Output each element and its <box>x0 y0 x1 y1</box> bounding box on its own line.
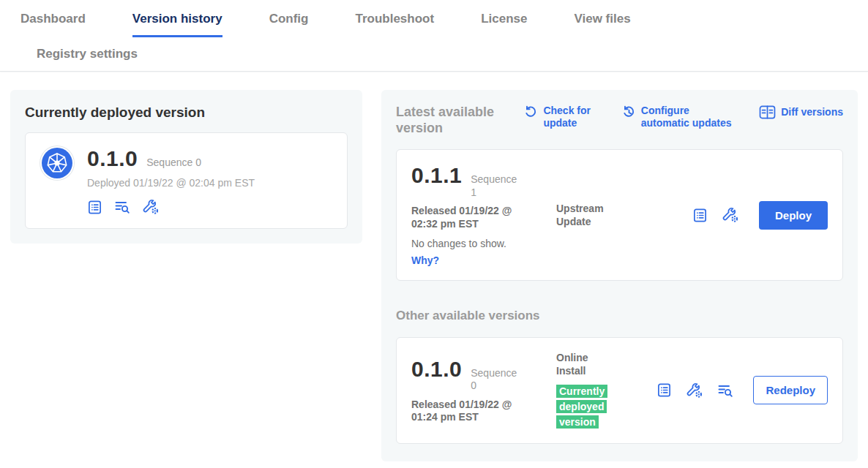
currently-deployed-badge: Currently deployed version <box>556 385 607 429</box>
why-link[interactable]: Why? <box>411 254 439 266</box>
log-lines-magnifier-icon[interactable] <box>114 199 130 215</box>
latest-version-header: Latest available version Check for updat… <box>396 105 843 136</box>
tab-version-history[interactable]: Version history <box>132 0 222 37</box>
nav-row-2: Registry settings <box>20 37 868 71</box>
checklist-icon[interactable] <box>87 200 102 215</box>
log-lines-magnifier-icon[interactable] <box>717 382 733 399</box>
tab-config[interactable]: Config <box>269 0 309 37</box>
currently-deployed-panel: Currently deployed version <box>10 90 362 244</box>
other-version-released: Released 01/19/22 @ 01:24 pm EST <box>411 399 527 424</box>
latest-version-info: 0.1.1 Sequence 1 Released 01/19/22 @ 02:… <box>411 163 556 267</box>
refresh-arrow-icon <box>524 105 538 119</box>
available-versions-panel: Latest available version Check for updat… <box>381 90 858 461</box>
latest-version-title: Latest available version <box>396 105 498 136</box>
other-version-source-block: Online Install Currently deployed versio… <box>556 351 619 430</box>
deployed-version-number: 0.1.0 <box>87 146 138 170</box>
diff-columns-icon <box>759 105 776 119</box>
configure-automatic-updates-label: Configure automatic updates <box>641 105 733 129</box>
wrench-gear-icon[interactable] <box>722 207 739 223</box>
latest-version-card: 0.1.1 Sequence 1 Released 01/19/22 @ 02:… <box>396 149 843 281</box>
currently-deployed-title: Currently deployed version <box>25 105 348 121</box>
tab-view-files[interactable]: View files <box>574 0 630 37</box>
other-versions-title: Other available versions <box>396 309 843 323</box>
redeploy-button[interactable]: Redeploy <box>753 376 828 404</box>
nav-row-1: Dashboard Version history Config Trouble… <box>20 0 868 37</box>
wrench-gear-icon[interactable] <box>686 382 703 399</box>
check-for-update-link[interactable]: Check for update <box>524 105 596 129</box>
deployed-actions <box>87 199 255 215</box>
checklist-icon[interactable] <box>656 382 672 398</box>
top-navigation: Dashboard Version history Config Trouble… <box>0 0 868 72</box>
deployed-version-card: 0.1.0 Sequence 0 Deployed 01/19/22 @ 02:… <box>25 132 348 229</box>
deployed-date: Deployed 01/19/22 @ 02:04 pm EST <box>87 177 255 189</box>
other-version-info: 0.1.0 Sequence 0 Released 01/19/22 @ 01:… <box>411 357 556 424</box>
latest-version-controls: Deploy <box>692 201 828 230</box>
checklist-icon[interactable] <box>692 208 708 223</box>
configure-automatic-updates-link[interactable]: Configure automatic updates <box>622 105 733 129</box>
deployed-sequence: Sequence 0 <box>146 156 201 170</box>
wrench-gear-icon[interactable] <box>142 199 160 215</box>
deploy-button[interactable]: Deploy <box>759 201 828 230</box>
other-version-source: Online Install <box>556 351 619 377</box>
latest-version-number: 0.1.1 <box>411 163 462 187</box>
tab-troubleshoot[interactable]: Troubleshoot <box>355 0 434 37</box>
other-version-card: 0.1.0 Sequence 0 Released 01/19/22 @ 01:… <box>396 337 843 444</box>
main-content: Currently deployed version <box>0 72 868 461</box>
currently-deployed-badge-wrap: Currently deployed version <box>556 384 612 430</box>
tab-license[interactable]: License <box>481 0 527 37</box>
diff-versions-link[interactable]: Diff versions <box>759 105 843 119</box>
diff-versions-label: Diff versions <box>781 105 843 118</box>
other-version-sequence: Sequence 0 <box>471 367 516 393</box>
deployed-version-details: 0.1.0 Sequence 0 Deployed 01/19/22 @ 02:… <box>87 146 255 215</box>
tab-registry-settings[interactable]: Registry settings <box>37 37 138 71</box>
refresh-clock-icon <box>622 105 636 119</box>
latest-version-source: Upstream Update <box>556 202 619 228</box>
other-version-controls: Redeploy <box>656 376 828 404</box>
latest-version-released: Released 01/19/22 @ 02:32 pm EST <box>411 205 527 230</box>
tab-dashboard[interactable]: Dashboard <box>20 0 86 37</box>
latest-version-sequence: Sequence 1 <box>471 173 516 199</box>
no-changes-text: No changes to show. <box>411 238 556 249</box>
other-version-number: 0.1.0 <box>411 357 462 381</box>
check-for-update-label: Check for update <box>543 105 596 129</box>
kubernetes-icon <box>40 146 74 180</box>
